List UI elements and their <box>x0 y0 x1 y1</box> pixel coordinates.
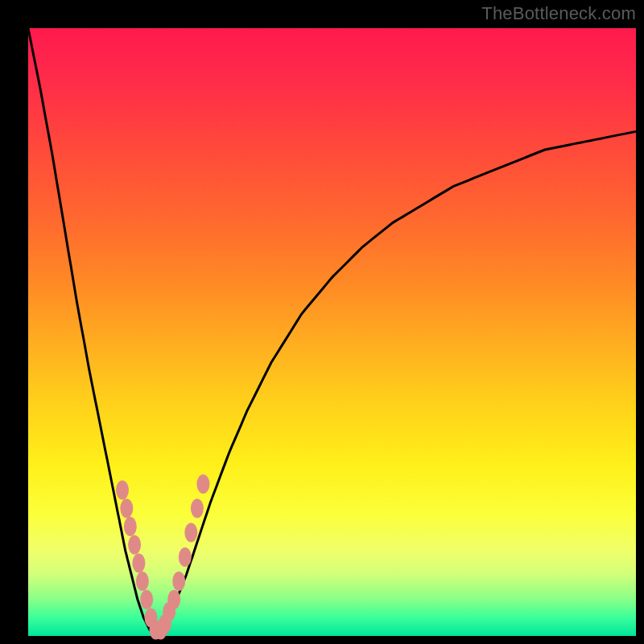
marker-dot <box>116 481 129 500</box>
marker-dot <box>167 590 180 609</box>
marker-dot <box>179 547 192 567</box>
marker-dot <box>196 474 209 493</box>
chart-frame: TheBottleneck.com <box>0 0 644 644</box>
plot-area <box>28 28 636 636</box>
marker-dot <box>191 499 204 518</box>
marker-dot <box>128 535 141 555</box>
marker-dot <box>172 572 185 591</box>
marker-dot <box>184 523 197 543</box>
chart-svg <box>28 28 636 636</box>
marker-dot <box>124 517 137 536</box>
watermark-text: TheBottleneck.com <box>481 3 636 24</box>
marker-dot <box>136 572 149 591</box>
marker-dot <box>120 499 133 518</box>
curve-group <box>28 28 636 636</box>
curve-right-branch <box>156 131 637 636</box>
marker-group <box>116 474 209 639</box>
marker-dot <box>140 590 153 609</box>
marker-dot <box>132 553 145 572</box>
